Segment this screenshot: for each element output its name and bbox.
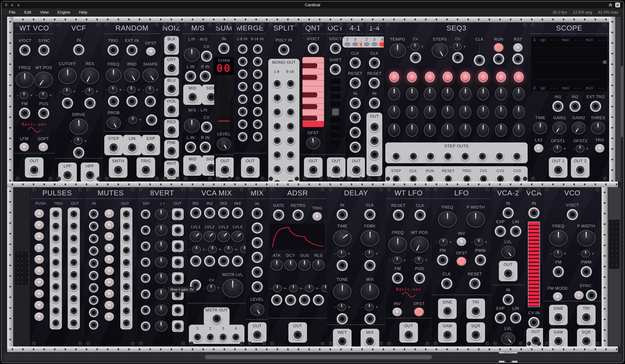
output-jack[interactable] bbox=[369, 163, 380, 174]
knob-time[interactable] bbox=[333, 230, 351, 246]
jack-blk[interactable] bbox=[166, 42, 177, 53]
jack-in[interactable] bbox=[350, 97, 361, 109]
jack-in[interactable] bbox=[73, 44, 84, 55]
output-jack[interactable] bbox=[140, 164, 152, 175]
input-jack[interactable] bbox=[89, 234, 98, 243]
merge-in-jack[interactable] bbox=[253, 107, 262, 116]
cv-knob[interactable] bbox=[388, 105, 400, 119]
knob-steps[interactable] bbox=[432, 43, 448, 58]
input-jack[interactable] bbox=[89, 258, 98, 268]
jack-fm[interactable] bbox=[392, 273, 403, 284]
output-jack[interactable] bbox=[553, 164, 564, 175]
jack-port[interactable] bbox=[69, 270, 79, 279]
jack-port[interactable] bbox=[337, 313, 348, 324]
knob-tone[interactable] bbox=[333, 283, 351, 300]
jack-port[interactable] bbox=[84, 97, 96, 109]
octave-cell[interactable] bbox=[330, 125, 341, 130]
jack-port[interactable] bbox=[251, 252, 263, 263]
jack-in2[interactable] bbox=[204, 207, 215, 219]
cv-knob[interactable] bbox=[477, 123, 489, 137]
jack-in4[interactable] bbox=[232, 207, 243, 219]
trim-0[interactable] bbox=[553, 250, 562, 258]
input-jack[interactable] bbox=[89, 271, 98, 280]
merge-in-jack[interactable] bbox=[238, 107, 248, 116]
cv-knob[interactable] bbox=[424, 123, 436, 137]
jack-in[interactable] bbox=[337, 209, 348, 220]
button-inv[interactable] bbox=[392, 308, 402, 316]
output-jack[interactable] bbox=[369, 149, 380, 160]
jack-port[interactable] bbox=[51, 270, 61, 279]
jack-l-in[interactable] bbox=[185, 71, 196, 82]
trim-2[interactable] bbox=[305, 284, 314, 292]
knob-gain2[interactable] bbox=[572, 122, 586, 134]
jack-port[interactable] bbox=[51, 233, 61, 243]
black-key[interactable] bbox=[302, 115, 324, 121]
output-jack[interactable] bbox=[187, 162, 198, 173]
jack-exp[interactable] bbox=[495, 312, 506, 324]
button-trg[interactable] bbox=[595, 144, 604, 153]
jack-in[interactable] bbox=[218, 43, 229, 54]
jack-gry[interactable] bbox=[166, 62, 177, 74]
output-jack[interactable] bbox=[470, 306, 481, 317]
step-out-jack[interactable] bbox=[460, 152, 470, 161]
jack-port[interactable] bbox=[122, 294, 131, 304]
merge-in-jack[interactable] bbox=[253, 132, 262, 141]
knob-level[interactable] bbox=[250, 303, 264, 316]
jack-port[interactable] bbox=[69, 318, 79, 328]
jack-r-in[interactable] bbox=[200, 141, 211, 153]
octave-cell[interactable] bbox=[330, 117, 341, 123]
gain-knob[interactable] bbox=[155, 224, 167, 236]
tray-icon[interactable] bbox=[615, 2, 620, 7]
jack-poly-in[interactable] bbox=[278, 44, 289, 55]
channel-button-3[interactable]: 3 bbox=[372, 37, 377, 46]
knob-shape[interactable] bbox=[142, 68, 158, 82]
output-jack[interactable] bbox=[187, 91, 198, 103]
jack-port[interactable] bbox=[62, 97, 73, 109]
output-jack[interactable] bbox=[245, 164, 256, 175]
rack[interactable]: WT VCOV/OCTSYNCFREQWT POS-+-+FMPOSBasic.… bbox=[1, 16, 624, 363]
mute-button[interactable] bbox=[104, 244, 114, 252]
button-lfm[interactable] bbox=[20, 143, 29, 151]
knob-lvl[interactable] bbox=[501, 246, 515, 258]
step-out-jack[interactable] bbox=[512, 152, 522, 161]
jack-port[interactable] bbox=[69, 282, 79, 291]
output-jack[interactable] bbox=[173, 209, 183, 219]
jack-port[interactable] bbox=[350, 112, 361, 123]
push-button[interactable] bbox=[34, 278, 44, 287]
cv-knob[interactable] bbox=[513, 105, 525, 119]
knob-tempo[interactable] bbox=[389, 43, 406, 58]
jack-port[interactable] bbox=[122, 209, 131, 219]
jack-port[interactable] bbox=[51, 282, 61, 291]
trim-2[interactable] bbox=[145, 86, 155, 94]
jack-port[interactable] bbox=[122, 258, 131, 267]
jack-port[interactable] bbox=[69, 221, 79, 231]
trim-0[interactable] bbox=[337, 250, 346, 258]
jack-port[interactable] bbox=[285, 294, 296, 306]
output-jack[interactable] bbox=[84, 169, 96, 181]
trim-0[interactable] bbox=[74, 137, 83, 145]
trim-1[interactable] bbox=[127, 86, 136, 94]
jack-port[interactable] bbox=[364, 313, 375, 324]
jack-gate[interactable] bbox=[273, 209, 284, 221]
button-inv[interactable] bbox=[457, 237, 466, 246]
jack-sync[interactable] bbox=[586, 290, 597, 301]
step-out-jack[interactable] bbox=[478, 152, 487, 161]
knob-lvl4[interactable] bbox=[231, 231, 244, 242]
merge-in-jack[interactable] bbox=[253, 119, 262, 129]
jack-port[interactable] bbox=[251, 223, 263, 234]
jack-reset[interactable] bbox=[350, 77, 361, 89]
jack-port[interactable] bbox=[69, 246, 79, 255]
merge-in-jack[interactable] bbox=[253, 94, 262, 104]
step-button[interactable] bbox=[389, 72, 399, 82]
jack-port[interactable] bbox=[271, 294, 282, 306]
jack-port[interactable] bbox=[122, 282, 131, 291]
button-run[interactable] bbox=[494, 43, 503, 52]
channel-button-2[interactable]: 2 bbox=[364, 37, 370, 46]
jack-out-2[interactable] bbox=[206, 332, 215, 342]
button-soft[interactable] bbox=[38, 143, 48, 151]
white-key[interactable] bbox=[302, 81, 324, 86]
merge-in-jack[interactable] bbox=[238, 69, 248, 79]
push-button[interactable] bbox=[34, 244, 44, 252]
knob-freq[interactable] bbox=[106, 68, 122, 82]
merge-in-jack[interactable] bbox=[238, 119, 248, 129]
